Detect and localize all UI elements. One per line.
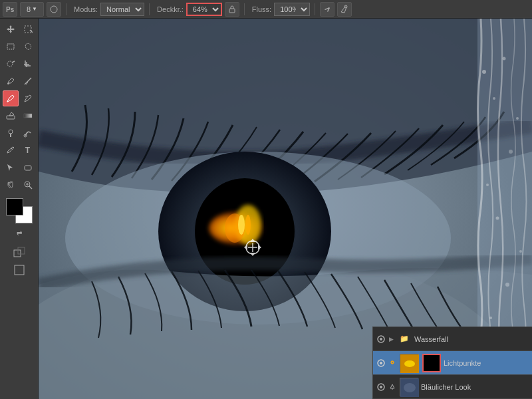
svg-point-39: [516, 117, 519, 120]
top-toolbar: Ps 8 ▼ Modus: Normal Deckkr.: 64% Fluss:…: [0, 0, 532, 19]
modus-label: Modus:: [74, 5, 98, 13]
hand-tool[interactable]: [3, 177, 19, 193]
divider-1: [66, 3, 66, 15]
brush-shape-btn[interactable]: [47, 2, 61, 17]
svg-point-45: [489, 317, 492, 319]
divider-2: [149, 3, 150, 15]
lichtpunkte-mask[interactable]: [422, 354, 441, 372]
swap-colors-btn[interactable]: ⇄: [11, 225, 27, 241]
svg-line-16: [11, 148, 13, 150]
svg-point-41: [486, 184, 489, 186]
svg-point-13: [9, 130, 13, 134]
layers-panel: ▶ 📁 Wasserfall: [372, 327, 532, 399]
divider-3: [244, 3, 245, 15]
svg-rect-12: [24, 114, 32, 118]
type-tool[interactable]: T: [20, 142, 36, 158]
pen-tool[interactable]: [3, 142, 19, 158]
fluss-label: Fluss:: [252, 5, 271, 13]
airbrush-btn[interactable]: [320, 2, 334, 17]
svg-point-63: [404, 383, 416, 392]
svg-rect-11: [7, 116, 15, 119]
dodge-tool[interactable]: [3, 125, 19, 141]
svg-rect-5: [7, 44, 14, 49]
modus-select[interactable]: Normal: [100, 3, 144, 16]
wasserfall-layer-name: Wasserfall: [414, 335, 529, 343]
size-chevron: ▼: [32, 6, 37, 12]
eyedropper-tool[interactable]: [3, 73, 19, 89]
folder-icon: 📁: [400, 334, 409, 343]
size-dropdown[interactable]: 8 ▼: [20, 2, 44, 17]
brush-tool[interactable]: [3, 90, 19, 106]
svg-point-42: [496, 217, 499, 220]
eraser-tool[interactable]: [3, 108, 19, 124]
quick-select-tool[interactable]: [3, 56, 19, 72]
svg-point-36: [482, 70, 486, 74]
svg-point-33: [238, 215, 245, 235]
svg-point-56: [380, 362, 382, 364]
svg-point-44: [505, 283, 509, 287]
artboard-tool[interactable]: [20, 21, 36, 37]
crop-tool[interactable]: [20, 56, 36, 72]
ps-icon[interactable]: Ps: [3, 2, 17, 17]
divider-4: [315, 3, 315, 15]
tool-row-6: [3, 108, 36, 124]
blaulicher-arrow: [389, 383, 397, 391]
svg-rect-4: [25, 26, 31, 33]
zoom-tool[interactable]: [20, 177, 36, 193]
svg-point-54: [380, 338, 382, 340]
svg-point-58: [404, 360, 415, 367]
folder-expand-arrow[interactable]: ▶: [389, 336, 397, 342]
svg-point-10: [7, 101, 8, 102]
screen-mode-btn[interactable]: [11, 262, 27, 278]
svg-rect-24: [15, 265, 24, 275]
deckkr-select[interactable]: 64%: [186, 3, 222, 16]
left-toolbar: T: [0, 19, 39, 399]
svg-rect-22: [14, 250, 21, 257]
tool-row-1: [3, 21, 36, 37]
svg-point-60: [380, 386, 382, 388]
blaulicher-visibility-icon[interactable]: [376, 382, 386, 392]
fluss-select[interactable]: 100%: [274, 3, 310, 16]
smudge-tool[interactable]: [20, 125, 36, 141]
move-tool[interactable]: [3, 21, 19, 37]
blaulicher-thumb: [400, 378, 418, 396]
size-value: 8: [27, 5, 31, 13]
svg-line-8: [25, 78, 31, 84]
svg-point-38: [503, 57, 506, 61]
svg-line-19: [29, 186, 32, 189]
color-swatch-area: [6, 198, 33, 223]
deckkr-lock-btn[interactable]: [225, 2, 239, 17]
svg-point-43: [519, 250, 522, 253]
layer-row-wasserfall[interactable]: ▶ 📁 Wasserfall: [373, 327, 532, 351]
shape-tool[interactable]: [20, 160, 36, 176]
blaulicher-layer-name: Bläulicher Look: [421, 383, 529, 391]
tool-row-9: [3, 160, 36, 176]
foreground-color-swatch[interactable]: [6, 198, 23, 215]
rotate-3d-btn[interactable]: [11, 245, 27, 261]
svg-rect-23: [18, 247, 25, 254]
svg-rect-17: [25, 166, 31, 170]
path-select-tool[interactable]: [3, 160, 19, 176]
svg-text:Ps: Ps: [6, 6, 15, 13]
gradient-tool[interactable]: [20, 108, 36, 124]
tool-row-3: [3, 56, 36, 72]
tablet-pressure-btn[interactable]: [337, 2, 352, 17]
svg-point-37: [493, 97, 495, 100]
rect-marquee-tool[interactable]: [3, 39, 19, 55]
svg-rect-2: [229, 9, 235, 13]
wasserfall-visibility-icon[interactable]: [376, 334, 386, 344]
ruler-tool[interactable]: [20, 73, 36, 89]
deckkr-label: Deckkr.:: [157, 5, 184, 13]
lichtpunkte-visibility-icon[interactable]: [376, 358, 386, 368]
svg-point-40: [509, 150, 513, 154]
lichtpunkte-thumb: [400, 354, 418, 372]
layer-row-blaulicher[interactable]: Bläulicher Look: [373, 375, 532, 399]
tool-row-7: [3, 125, 36, 141]
history-brush-tool[interactable]: [20, 90, 36, 106]
lasso-tool[interactable]: [20, 39, 36, 55]
layer-row-lichtpunkte[interactable]: Lichtpunkte: [373, 351, 532, 375]
svg-point-1: [51, 6, 57, 13]
svg-point-6: [7, 61, 13, 66]
tool-row-8: T: [3, 142, 36, 158]
lichtpunkte-link-icon: [389, 359, 397, 367]
